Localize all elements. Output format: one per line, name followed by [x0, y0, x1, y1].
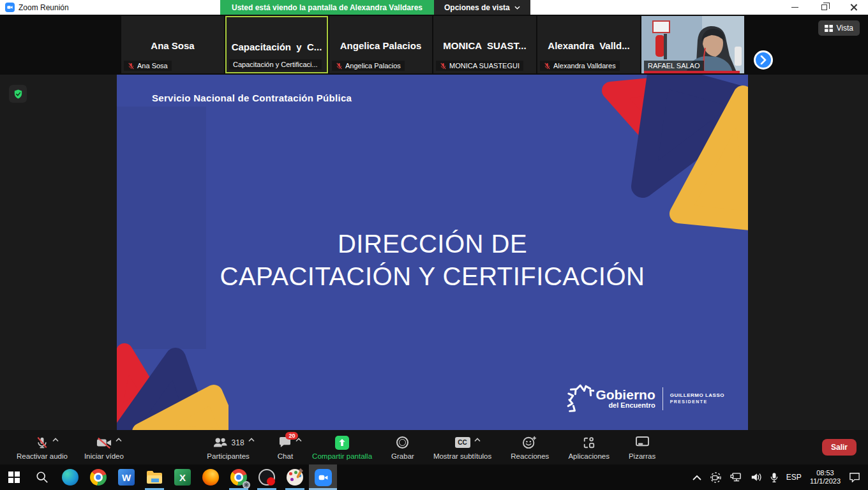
system-tray: ESP 08:53 11/1/2023	[692, 469, 868, 486]
chat-label: Chat	[278, 452, 293, 460]
action-center-icon[interactable]	[849, 472, 860, 482]
edge-icon	[62, 469, 79, 486]
windows-logo-icon	[8, 471, 20, 483]
whiteboards-label: Pizarras	[629, 452, 655, 460]
share-screen-icon	[335, 436, 349, 450]
taskbar-firefox[interactable]	[197, 464, 225, 490]
microphone-indicator-icon[interactable]	[770, 472, 778, 483]
muted-mic-icon	[544, 63, 551, 70]
participant-name-tag: MONICA SUASTEGUI	[436, 61, 523, 71]
chrome-icon	[90, 469, 107, 486]
taskbar-chrome[interactable]	[84, 464, 112, 490]
participant-tile[interactable]: Alexandra Valld... Alexandra Valldares	[537, 16, 640, 73]
participants-chevron[interactable]	[248, 438, 255, 442]
chat-button[interactable]: 20 Chat	[278, 435, 293, 460]
view-options-label: Opciones de vista	[444, 3, 510, 12]
network-icon[interactable]	[730, 472, 742, 482]
participant-name: Alexandra Valld...	[537, 40, 640, 51]
muted-mic-icon	[440, 63, 447, 70]
close-icon	[850, 4, 857, 11]
captions-label: Mostrar subtítulos	[433, 452, 491, 460]
minimize-button[interactable]	[780, 0, 809, 15]
chat-chevron[interactable]	[296, 438, 302, 442]
participant-tile[interactable]: Angelica Palacios Angelica Palacios	[329, 16, 432, 73]
taskbar-chrome-app[interactable]	[225, 464, 253, 490]
title-bar: Zoom Reunión Usted está viendo la pantal…	[0, 0, 868, 15]
meeting-toolbar: Reactivar audio Iniciar vídeo 318 Partic…	[0, 430, 868, 464]
gobierno-line1: Gobierno	[595, 389, 655, 401]
captions-chevron[interactable]	[474, 438, 481, 442]
audio-options-chevron[interactable]	[52, 438, 59, 442]
meeting-security-badge[interactable]	[9, 85, 27, 103]
video-options-chevron[interactable]	[116, 438, 122, 442]
vista-view-button[interactable]: Vista	[818, 20, 860, 36]
whiteboards-button[interactable]: Pizarras	[629, 435, 655, 460]
slide-main-title: DIRECCIÓN DE CAPACITACIÓN Y CERTIFICACIÓ…	[117, 228, 748, 293]
shared-screen-stage: Servicio Nacional de Contratación Públic…	[0, 75, 868, 430]
participant-name-tag: Capacitación y Certificaci...	[229, 59, 322, 70]
close-button[interactable]	[839, 0, 868, 15]
decorative-shapes-bottom-left	[117, 338, 228, 430]
chrome-app-badge	[243, 481, 250, 489]
chevron-down-icon	[514, 6, 520, 10]
starburst-icon	[566, 384, 594, 413]
screen-recording-indicator-icon[interactable]	[710, 472, 722, 483]
muted-mic-icon	[336, 63, 343, 70]
participant-name-tag: RAFAEL SALAO	[644, 61, 704, 71]
taskbar-clock[interactable]: 08:53 11/1/2023	[810, 469, 841, 486]
taskbar-paint[interactable]	[281, 464, 309, 490]
taskbar-zoom-active[interactable]	[309, 464, 337, 490]
word-icon: W	[118, 469, 135, 486]
speaker-icon[interactable]	[751, 472, 762, 482]
slide-title-line1: DIRECCIÓN DE	[117, 228, 748, 260]
leave-meeting-button[interactable]: Salir	[822, 439, 857, 456]
participant-tile-active-speaker[interactable]: Capacitación y C... Capacitación y Certi…	[225, 16, 328, 73]
participant-tile[interactable]: Ana Sosa Ana Sosa	[121, 16, 224, 73]
view-options-button[interactable]: Opciones de vista	[434, 0, 530, 15]
gobierno-wordmark: Gobierno del Encuentro	[595, 389, 655, 409]
window-title: Zoom Reunión	[19, 3, 69, 12]
participant-name: MONICA SUAST...	[433, 40, 536, 51]
next-participants-button[interactable]	[754, 50, 773, 70]
captions-button[interactable]: CC Mostrar subtítulos	[433, 435, 491, 460]
logo-divider	[662, 387, 663, 410]
share-screen-button[interactable]: Compartir pantalla	[312, 435, 372, 460]
share-banner: Usted está viendo la pantalla de Alexand…	[220, 0, 530, 15]
taskbar-word[interactable]: W	[112, 464, 140, 490]
president-credit: GUILLERMO LASSO PRESIDENTE	[670, 392, 724, 405]
gobierno-logo: Gobierno del Encuentro GUILLERMO LASSO P…	[566, 384, 724, 413]
reactions-button[interactable]: Reacciones	[511, 435, 549, 460]
restore-button[interactable]	[809, 0, 839, 15]
participants-button[interactable]: 318 Participantes	[207, 435, 249, 460]
zoom-meeting-window: Zoom Reunión Usted está viendo la pantal…	[0, 0, 868, 490]
start-button[interactable]	[0, 464, 28, 490]
decorative-shapes-top-right	[588, 75, 748, 241]
record-button[interactable]: Grabar	[391, 435, 414, 460]
taskbar-edge[interactable]	[56, 464, 84, 490]
president-name: GUILLERMO LASSO	[670, 392, 724, 399]
participant-tile-video[interactable]: RAFAEL SALAO	[641, 16, 744, 73]
participant-name: Ana Sosa	[121, 40, 224, 51]
search-button[interactable]	[28, 464, 56, 490]
file-explorer-icon	[146, 470, 163, 484]
obs-recording-icon	[258, 469, 275, 486]
time-display: 08:53	[810, 469, 841, 477]
video-strip: Ana Sosa Ana Sosa Capacitación y C... Ca…	[0, 15, 868, 75]
presentation-slide: Servicio Nacional de Contratación Públic…	[117, 75, 748, 430]
reactions-label: Reacciones	[511, 452, 549, 460]
participants-count: 318	[232, 438, 244, 447]
participant-tile[interactable]: MONICA SUAST... MONICA SUASTEGUI	[433, 16, 536, 73]
paint-icon	[287, 469, 303, 486]
apps-button[interactable]: Aplicaciones	[568, 435, 610, 460]
taskbar-obs[interactable]	[253, 464, 281, 490]
hidden-icons-chevron[interactable]	[692, 475, 701, 480]
participants-icon	[213, 437, 228, 449]
chevron-right-icon	[760, 56, 767, 64]
whiteboard-icon	[635, 436, 650, 449]
unmute-audio-button[interactable]: Reactivar audio	[17, 435, 68, 460]
start-video-button[interactable]: Iniciar vídeo	[84, 435, 124, 460]
taskbar-file-explorer[interactable]	[140, 464, 168, 490]
language-indicator[interactable]: ESP	[786, 473, 802, 482]
participants-label: Participantes	[207, 452, 249, 460]
taskbar-excel[interactable]: X	[168, 464, 197, 490]
